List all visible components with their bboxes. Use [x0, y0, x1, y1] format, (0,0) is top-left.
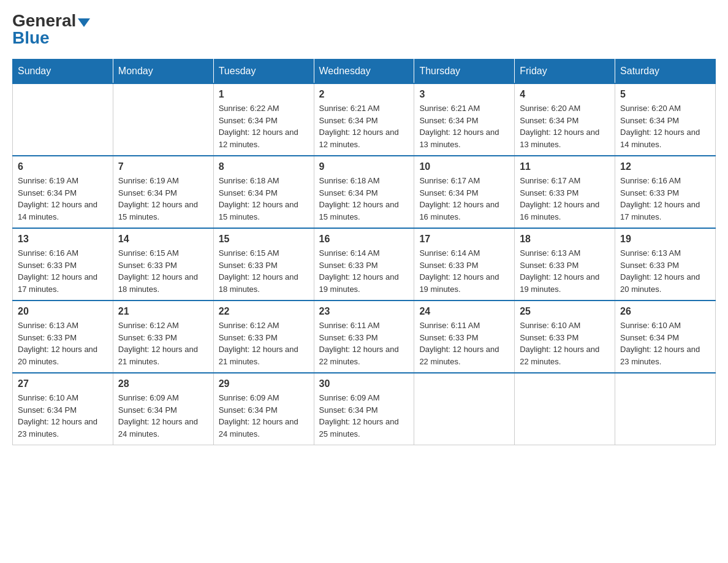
week-row-5: 27Sunrise: 6:10 AMSunset: 6:34 PMDayligh… — [13, 373, 716, 445]
day-info: Sunrise: 6:09 AMSunset: 6:34 PMDaylight:… — [219, 392, 309, 440]
day-info: Sunrise: 6:20 AMSunset: 6:34 PMDaylight:… — [620, 102, 710, 150]
day-number: 10 — [419, 161, 509, 172]
logo: General Blue — [12, 12, 90, 47]
header-sunday: Sunday — [13, 59, 113, 84]
calendar-cell: 2Sunrise: 6:21 AMSunset: 6:34 PMDaylight… — [314, 83, 414, 156]
day-number: 13 — [18, 234, 108, 245]
calendar-cell: 25Sunrise: 6:10 AMSunset: 6:33 PMDayligh… — [515, 301, 615, 373]
day-info: Sunrise: 6:18 AMSunset: 6:34 PMDaylight:… — [319, 175, 409, 223]
day-number: 1 — [219, 89, 309, 100]
day-info: Sunrise: 6:13 AMSunset: 6:33 PMDaylight:… — [620, 247, 710, 295]
day-info: Sunrise: 6:21 AMSunset: 6:34 PMDaylight:… — [419, 102, 509, 150]
day-info: Sunrise: 6:12 AMSunset: 6:33 PMDaylight:… — [118, 320, 208, 367]
day-info: Sunrise: 6:21 AMSunset: 6:34 PMDaylight:… — [319, 102, 409, 150]
calendar-cell: 15Sunrise: 6:15 AMSunset: 6:33 PMDayligh… — [213, 228, 314, 301]
day-info: Sunrise: 6:14 AMSunset: 6:33 PMDaylight:… — [419, 247, 509, 295]
day-number: 17 — [419, 234, 509, 245]
calendar-cell: 7Sunrise: 6:19 AMSunset: 6:34 PMDaylight… — [113, 156, 213, 228]
logo-general-text: General — [12, 12, 76, 29]
header-thursday: Thursday — [414, 59, 515, 84]
calendar-cell: 23Sunrise: 6:11 AMSunset: 6:33 PMDayligh… — [314, 301, 414, 373]
day-number: 19 — [620, 234, 710, 245]
day-info: Sunrise: 6:12 AMSunset: 6:33 PMDaylight:… — [219, 320, 309, 367]
calendar-cell: 24Sunrise: 6:11 AMSunset: 6:33 PMDayligh… — [414, 301, 515, 373]
day-info: Sunrise: 6:17 AMSunset: 6:33 PMDaylight:… — [520, 175, 610, 223]
day-info: Sunrise: 6:09 AMSunset: 6:34 PMDaylight:… — [319, 392, 409, 440]
day-info: Sunrise: 6:14 AMSunset: 6:33 PMDaylight:… — [319, 247, 409, 295]
calendar-cell — [414, 373, 515, 445]
calendar-cell: 20Sunrise: 6:13 AMSunset: 6:33 PMDayligh… — [13, 301, 113, 373]
calendar-cell: 1Sunrise: 6:22 AMSunset: 6:34 PMDaylight… — [213, 83, 314, 156]
calendar-cell: 29Sunrise: 6:09 AMSunset: 6:34 PMDayligh… — [213, 373, 314, 445]
day-info: Sunrise: 6:11 AMSunset: 6:33 PMDaylight:… — [419, 320, 509, 367]
day-info: Sunrise: 6:11 AMSunset: 6:33 PMDaylight:… — [319, 320, 409, 367]
day-info: Sunrise: 6:16 AMSunset: 6:33 PMDaylight:… — [18, 247, 108, 295]
day-number: 30 — [319, 378, 409, 389]
calendar-cell: 6Sunrise: 6:19 AMSunset: 6:34 PMDaylight… — [13, 156, 113, 228]
day-number: 9 — [319, 161, 409, 172]
day-info: Sunrise: 6:10 AMSunset: 6:34 PMDaylight:… — [620, 320, 710, 367]
header-monday: Monday — [113, 59, 213, 84]
day-info: Sunrise: 6:09 AMSunset: 6:34 PMDaylight:… — [118, 392, 208, 440]
day-number: 7 — [118, 161, 208, 172]
day-info: Sunrise: 6:10 AMSunset: 6:33 PMDaylight:… — [520, 320, 610, 367]
day-number: 20 — [18, 306, 108, 317]
calendar-cell: 22Sunrise: 6:12 AMSunset: 6:33 PMDayligh… — [213, 301, 314, 373]
day-info: Sunrise: 6:18 AMSunset: 6:34 PMDaylight:… — [219, 175, 309, 223]
calendar-cell: 4Sunrise: 6:20 AMSunset: 6:34 PMDaylight… — [515, 83, 615, 156]
day-info: Sunrise: 6:17 AMSunset: 6:34 PMDaylight:… — [419, 175, 509, 223]
logo-triangle-icon — [78, 18, 90, 27]
day-number: 29 — [219, 378, 309, 389]
calendar-cell: 19Sunrise: 6:13 AMSunset: 6:33 PMDayligh… — [615, 228, 716, 301]
day-number: 21 — [118, 306, 208, 317]
day-number: 23 — [319, 306, 409, 317]
day-info: Sunrise: 6:16 AMSunset: 6:33 PMDaylight:… — [620, 175, 710, 223]
header-saturday: Saturday — [615, 59, 716, 84]
day-number: 26 — [620, 306, 710, 317]
week-row-2: 6Sunrise: 6:19 AMSunset: 6:34 PMDaylight… — [13, 156, 716, 228]
calendar-header-row: SundayMondayTuesdayWednesdayThursdayFrid… — [13, 59, 716, 84]
day-info: Sunrise: 6:22 AMSunset: 6:34 PMDaylight:… — [219, 102, 309, 150]
calendar-cell: 10Sunrise: 6:17 AMSunset: 6:34 PMDayligh… — [414, 156, 515, 228]
calendar-cell — [515, 373, 615, 445]
week-row-4: 20Sunrise: 6:13 AMSunset: 6:33 PMDayligh… — [13, 301, 716, 373]
day-info: Sunrise: 6:13 AMSunset: 6:33 PMDaylight:… — [520, 247, 610, 295]
day-number: 24 — [419, 306, 509, 317]
calendar-cell — [615, 373, 716, 445]
calendar-cell: 28Sunrise: 6:09 AMSunset: 6:34 PMDayligh… — [113, 373, 213, 445]
day-info: Sunrise: 6:15 AMSunset: 6:33 PMDaylight:… — [118, 247, 208, 295]
calendar-cell: 13Sunrise: 6:16 AMSunset: 6:33 PMDayligh… — [13, 228, 113, 301]
calendar-cell: 5Sunrise: 6:20 AMSunset: 6:34 PMDaylight… — [615, 83, 716, 156]
day-number: 27 — [18, 378, 108, 389]
day-info: Sunrise: 6:10 AMSunset: 6:34 PMDaylight:… — [18, 392, 108, 440]
calendar-cell: 8Sunrise: 6:18 AMSunset: 6:34 PMDaylight… — [213, 156, 314, 228]
calendar-cell: 30Sunrise: 6:09 AMSunset: 6:34 PMDayligh… — [314, 373, 414, 445]
calendar-cell: 27Sunrise: 6:10 AMSunset: 6:34 PMDayligh… — [13, 373, 113, 445]
header-tuesday: Tuesday — [213, 59, 314, 84]
calendar-cell: 21Sunrise: 6:12 AMSunset: 6:33 PMDayligh… — [113, 301, 213, 373]
day-number: 18 — [520, 234, 610, 245]
calendar-table: SundayMondayTuesdayWednesdayThursdayFrid… — [12, 59, 716, 445]
logo-blue-text: Blue — [12, 28, 50, 47]
calendar-cell: 12Sunrise: 6:16 AMSunset: 6:33 PMDayligh… — [615, 156, 716, 228]
day-number: 11 — [520, 161, 610, 172]
day-number: 4 — [520, 89, 610, 100]
page-header: General Blue — [12, 12, 716, 47]
calendar-cell — [13, 83, 113, 156]
day-info: Sunrise: 6:19 AMSunset: 6:34 PMDaylight:… — [118, 175, 208, 223]
day-number: 6 — [18, 161, 108, 172]
day-info: Sunrise: 6:20 AMSunset: 6:34 PMDaylight:… — [520, 102, 610, 150]
day-number: 5 — [620, 89, 710, 100]
calendar-cell: 9Sunrise: 6:18 AMSunset: 6:34 PMDaylight… — [314, 156, 414, 228]
day-number: 15 — [219, 234, 309, 245]
calendar-cell: 11Sunrise: 6:17 AMSunset: 6:33 PMDayligh… — [515, 156, 615, 228]
calendar-cell — [113, 83, 213, 156]
calendar-cell: 3Sunrise: 6:21 AMSunset: 6:34 PMDaylight… — [414, 83, 515, 156]
week-row-3: 13Sunrise: 6:16 AMSunset: 6:33 PMDayligh… — [13, 228, 716, 301]
day-number: 22 — [219, 306, 309, 317]
calendar-cell: 17Sunrise: 6:14 AMSunset: 6:33 PMDayligh… — [414, 228, 515, 301]
day-number: 16 — [319, 234, 409, 245]
calendar-cell: 26Sunrise: 6:10 AMSunset: 6:34 PMDayligh… — [615, 301, 716, 373]
day-number: 3 — [419, 89, 509, 100]
day-number: 25 — [520, 306, 610, 317]
